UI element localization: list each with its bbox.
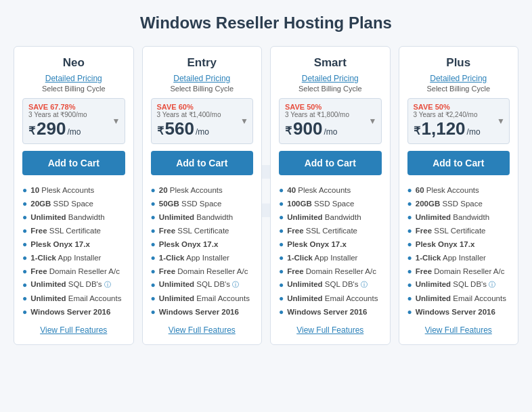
feature-item-smart-9: ● Windows Server 2016 <box>279 305 382 319</box>
feature-check-icon-entry-9: ● <box>151 307 156 317</box>
detailed-pricing-link-plus[interactable]: Detailed Pricing <box>430 74 487 83</box>
plan-card-neo: Neo Detailed Pricing Select Billing Cycl… <box>14 46 134 345</box>
dropdown-arrow-plus[interactable]: ▼ <box>497 116 505 126</box>
feature-item-plus-5: ● 1-Click App Installer <box>407 251 510 265</box>
price-amount-neo: 290 <box>37 118 66 139</box>
feature-check-icon-smart-9: ● <box>279 307 284 317</box>
feature-item-entry-8: ● Unlimited Email Accounts <box>151 292 254 305</box>
feature-text-entry-3: Free SSL Certificate <box>159 227 229 235</box>
feature-text-neo-0: 10 Plesk Accounts <box>30 186 94 194</box>
feature-check-icon-smart-0: ● <box>279 185 284 195</box>
feature-check-icon-smart-7: ● <box>279 280 284 290</box>
view-full-features-link-entry[interactable]: View Full Features <box>169 325 236 335</box>
feature-text-entry-6: Free Domain Reseller A/c <box>159 267 248 275</box>
feature-check-icon-neo-2: ● <box>22 212 27 222</box>
feature-item-smart-1: ● 100GB SSD Space <box>279 197 382 210</box>
feature-check-icon-neo-3: ● <box>22 226 27 235</box>
feature-item-neo-1: ● 20GB SSD Space <box>22 197 125 210</box>
feature-check-icon-plus-3: ● <box>407 226 412 235</box>
feature-check-icon-entry-3: ● <box>151 226 156 235</box>
dropdown-arrow-entry[interactable]: ▼ <box>240 116 248 126</box>
feature-text-plus-5: 1-Click App Installer <box>416 254 486 262</box>
features-list-plus: ● 60 Plesk Accounts ● 200GB SSD Space <box>407 183 510 319</box>
feature-text-plus-9: Windows Server 2016 <box>416 308 495 316</box>
pricing-box-neo[interactable]: SAVE 67.78% 3 Years at ₹900/mo ₹ 290 /mo… <box>22 98 125 144</box>
feature-text-smart-3: Free SSL Certificate <box>287 227 357 235</box>
price-per-entry: /mo <box>196 127 209 137</box>
feature-item-neo-9: ● Windows Server 2016 <box>22 305 125 319</box>
plan-name-neo: Neo <box>63 56 85 70</box>
feature-text-plus-0: 60 Plesk Accounts <box>416 186 479 194</box>
detailed-pricing-link-entry[interactable]: Detailed Pricing <box>173 74 230 83</box>
feature-item-plus-4: ● Plesk Onyx 17.x <box>407 237 510 251</box>
feature-item-entry-2: ● Unlimited Bandwidth <box>151 210 254 224</box>
pricing-box-smart[interactable]: SAVE 50% 3 Years at ₹1,800/mo ₹ 900 /mo … <box>279 98 382 144</box>
feature-item-entry-7: ● Unlimited SQL DB's ⓘ <box>151 278 254 292</box>
features-list-neo: ● 10 Plesk Accounts ● 20GB SSD Space <box>22 183 125 319</box>
dropdown-arrow-neo[interactable]: ▼ <box>112 116 120 126</box>
info-icon-entry-7[interactable]: ⓘ <box>232 281 239 288</box>
feature-item-entry-1: ● 50GB SSD Space <box>151 197 254 210</box>
feature-item-plus-0: ● 60 Plesk Accounts <box>407 183 510 197</box>
feature-check-icon-entry-4: ● <box>151 239 156 249</box>
info-icon-smart-7[interactable]: ⓘ <box>361 281 368 288</box>
feature-item-smart-3: ● Free SSL Certificate <box>279 224 382 237</box>
feature-check-icon-plus-2: ● <box>407 212 412 222</box>
feature-text-neo-7: Unlimited SQL DB's ⓘ <box>30 280 110 290</box>
feature-item-smart-4: ● Plesk Onyx 17.x <box>279 237 382 251</box>
save-badge-entry: SAVE 60% <box>157 103 248 111</box>
add-to-cart-button-plus[interactable]: Add to Cart <box>407 151 510 175</box>
feature-text-plus-4: Plesk Onyx 17.x <box>416 240 475 248</box>
dropdown-arrow-smart[interactable]: ▼ <box>369 116 377 126</box>
price-per-smart: /mo <box>324 127 337 137</box>
feature-item-neo-3: ● Free SSL Certificate <box>22 224 125 237</box>
feature-item-neo-7: ● Unlimited SQL DB's ⓘ <box>22 278 125 292</box>
feature-item-neo-2: ● Unlimited Bandwidth <box>22 210 125 224</box>
feature-check-icon-plus-7: ● <box>407 280 412 290</box>
feature-check-icon-neo-7: ● <box>22 280 27 290</box>
view-full-features-link-neo[interactable]: View Full Features <box>40 325 107 335</box>
feature-item-plus-7: ● Unlimited SQL DB's ⓘ <box>407 278 510 292</box>
feature-check-icon-entry-8: ● <box>151 294 156 303</box>
select-billing-smart: Select Billing Cycle <box>298 85 362 93</box>
plan-card-smart: Smart Detailed Pricing Select Billing Cy… <box>270 46 391 345</box>
feature-item-smart-7: ● Unlimited SQL DB's ⓘ <box>279 278 382 292</box>
feature-check-icon-neo-1: ● <box>22 199 27 208</box>
feature-item-neo-0: ● 10 Plesk Accounts <box>22 183 125 197</box>
add-to-cart-button-smart[interactable]: Add to Cart <box>279 151 382 175</box>
feature-text-plus-2: Unlimited Bandwidth <box>416 213 489 221</box>
view-full-features-link-plus[interactable]: View Full Features <box>425 325 492 335</box>
detailed-pricing-link-smart[interactable]: Detailed Pricing <box>302 74 359 83</box>
feature-check-icon-smart-1: ● <box>279 199 284 208</box>
feature-check-icon-smart-8: ● <box>279 294 284 303</box>
price-amount-plus: 1,120 <box>422 118 466 139</box>
plan-name-plus: Plus <box>446 56 470 70</box>
pricing-box-entry[interactable]: SAVE 60% 3 Years at ₹1,400/mo ₹ 560 /mo … <box>151 98 254 144</box>
detailed-pricing-link-neo[interactable]: Detailed Pricing <box>45 74 102 83</box>
pricing-box-plus[interactable]: SAVE 50% 3 Years at ₹2,240/mo ₹ 1,120 /m… <box>407 98 510 144</box>
feature-item-plus-1: ● 200GB SSD Space <box>407 197 510 210</box>
feature-check-icon-neo-8: ● <box>22 294 27 303</box>
feature-check-icon-smart-2: ● <box>279 212 284 222</box>
price-per-plus: /mo <box>467 127 481 137</box>
features-list-smart: ● 40 Plesk Accounts ● 100GB SSD Space <box>279 183 382 319</box>
info-icon-plus-7[interactable]: ⓘ <box>489 281 495 288</box>
add-to-cart-button-neo[interactable]: Add to Cart <box>22 151 125 175</box>
feature-text-smart-6: Free Domain Reseller A/c <box>287 267 376 275</box>
feature-item-neo-6: ● Free Domain Reseller A/c <box>22 265 125 278</box>
feature-text-neo-5: 1-Click App Installer <box>30 254 101 262</box>
feature-text-neo-4: Plesk Onyx 17.x <box>30 240 90 248</box>
original-price-smart: 3 Years at ₹1,800/mo <box>285 111 376 118</box>
feature-text-plus-1: 200GB SSD Space <box>416 200 483 208</box>
view-full-features-link-smart[interactable]: View Full Features <box>296 325 363 335</box>
add-to-cart-button-entry[interactable]: Add to Cart <box>151 151 254 175</box>
price-per-neo: /mo <box>67 127 81 137</box>
feature-item-neo-4: ● Plesk Onyx 17.x <box>22 237 125 251</box>
feature-item-entry-6: ● Free Domain Reseller A/c <box>151 265 254 278</box>
info-icon-neo-7[interactable]: ⓘ <box>104 281 111 288</box>
feature-text-smart-4: Plesk Onyx 17.x <box>287 240 347 248</box>
feature-check-icon-smart-6: ● <box>279 267 284 276</box>
feature-check-icon-entry-0: ● <box>151 185 156 195</box>
feature-item-smart-5: ● 1-Click App Installer <box>279 251 382 265</box>
feature-item-plus-9: ● Windows Server 2016 <box>407 305 510 319</box>
